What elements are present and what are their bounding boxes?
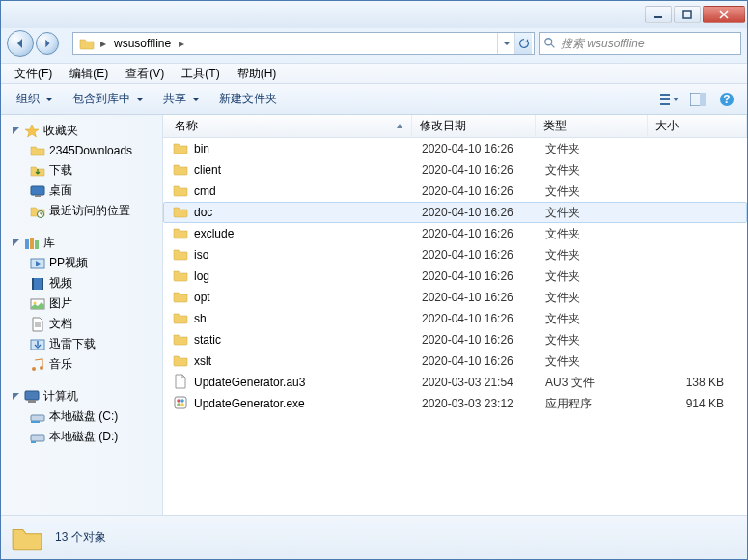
file-row[interactable]: UpdateGenerator.au32020-03-03 21:54AU3 文… xyxy=(163,372,747,393)
folder-icon xyxy=(173,289,188,307)
menu-file[interactable]: 文件(F) xyxy=(7,64,60,84)
share-button[interactable]: 共享 xyxy=(155,87,208,111)
maximize-button[interactable] xyxy=(674,6,701,23)
svg-rect-5 xyxy=(660,103,670,105)
collapse-icon[interactable] xyxy=(11,126,20,136)
back-button[interactable] xyxy=(7,30,34,57)
exe-icon xyxy=(173,395,188,413)
svg-text:?: ? xyxy=(723,93,730,106)
menu-help[interactable]: 帮助(H) xyxy=(230,64,285,84)
breadcrumb-separator-icon[interactable]: ▸ xyxy=(177,37,186,50)
sidebar-item-recent[interactable]: 最近访问的位置 xyxy=(1,201,162,221)
file-row[interactable]: UpdateGenerator.exe2020-03-03 23:12应用程序9… xyxy=(163,393,747,414)
file-type: 文件夹 xyxy=(545,311,657,327)
sidebar-item-videos[interactable]: 视频 xyxy=(1,273,162,294)
forward-button[interactable] xyxy=(36,32,59,55)
view-options-button[interactable] xyxy=(656,88,681,111)
libraries-icon xyxy=(24,236,40,251)
file-rows[interactable]: bin2020-04-10 16:26文件夹client2020-04-10 1… xyxy=(163,138,747,515)
address-dropdown[interactable] xyxy=(497,33,514,54)
organize-button[interactable]: 组织 xyxy=(9,87,61,111)
file-name: UpdateGenerator.au3 xyxy=(194,376,305,389)
file-type: 文件夹 xyxy=(545,141,657,157)
sidebar-item-pictures[interactable]: 图片 xyxy=(1,294,162,314)
download-icon xyxy=(30,337,45,352)
drive-icon xyxy=(30,430,45,445)
column-size[interactable]: 大小 xyxy=(648,115,747,137)
svg-rect-11 xyxy=(35,195,41,197)
navigation-pane[interactable]: 收藏夹 2345Downloads 下载 桌面 最近访问的位置 库 PP视频 视… xyxy=(1,115,163,515)
folder-icon xyxy=(173,140,188,158)
sidebar-item-ppvideo[interactable]: PP视频 xyxy=(1,253,162,273)
sidebar-item-drive-c[interactable]: 本地磁盘 (C:) xyxy=(1,406,162,427)
close-button[interactable] xyxy=(703,6,745,23)
file-row[interactable]: doc2020-04-10 16:26文件夹 xyxy=(163,202,747,223)
file-row[interactable]: opt2020-04-10 16:26文件夹 xyxy=(163,287,747,308)
file-date: 2020-04-10 16:26 xyxy=(422,248,545,262)
sidebar-item-thunder[interactable]: 迅雷下载 xyxy=(1,334,162,354)
svg-point-24 xyxy=(40,366,43,370)
sort-ascending-icon xyxy=(396,120,403,133)
sidebar-item-drive-d[interactable]: 本地磁盘 (D:) xyxy=(1,427,162,447)
sidebar-item-desktop[interactable]: 桌面 xyxy=(1,181,162,201)
preview-pane-button[interactable] xyxy=(685,88,710,111)
file-row[interactable]: sh2020-04-10 16:26文件夹 xyxy=(163,308,747,329)
file-type: 文件夹 xyxy=(545,290,657,306)
video-icon xyxy=(30,256,45,271)
svg-point-23 xyxy=(32,367,36,371)
file-row[interactable]: cmd2020-04-10 16:26文件夹 xyxy=(163,181,747,202)
file-row[interactable]: exclude2020-04-10 16:26文件夹 xyxy=(163,223,747,244)
file-row[interactable]: iso2020-04-10 16:26文件夹 xyxy=(163,244,747,266)
sidebar-item-downloads[interactable]: 下载 xyxy=(1,160,162,181)
svg-rect-1 xyxy=(683,11,691,18)
file-date: 2020-04-10 16:26 xyxy=(422,184,545,198)
file-row[interactable]: client2020-04-10 16:26文件夹 xyxy=(163,159,747,181)
music-icon xyxy=(30,357,45,373)
file-row[interactable]: static2020-04-10 16:26文件夹 xyxy=(163,329,747,350)
status-bar: 13 个对象 xyxy=(1,515,747,559)
documents-icon xyxy=(30,317,45,332)
breadcrumb-folder[interactable]: wsusoffline xyxy=(108,33,177,54)
menu-view[interactable]: 查看(V) xyxy=(118,64,172,84)
computer-label: 计算机 xyxy=(43,388,78,405)
new-folder-button[interactable]: 新建文件夹 xyxy=(211,87,285,111)
file-date: 2020-03-03 23:12 xyxy=(422,397,545,410)
sidebar-item-2345downloads[interactable]: 2345Downloads xyxy=(1,141,162,160)
file-name: bin xyxy=(194,142,209,155)
folder-icon xyxy=(173,246,188,265)
file-row[interactable]: xslt2020-04-10 16:26文件夹 xyxy=(163,350,747,372)
column-date[interactable]: 修改日期 xyxy=(412,115,536,137)
file-type: 文件夹 xyxy=(545,205,657,221)
svg-point-35 xyxy=(180,403,184,406)
favorites-header[interactable]: 收藏夹 xyxy=(1,121,162,141)
column-type[interactable]: 类型 xyxy=(536,115,648,137)
help-button[interactable]: ? xyxy=(714,88,739,111)
collapse-icon[interactable] xyxy=(11,238,20,248)
file-row[interactable]: log2020-04-10 16:26文件夹 xyxy=(163,266,747,287)
computer-header[interactable]: 计算机 xyxy=(1,386,162,406)
address-bar[interactable]: ▸ wsusoffline ▸ xyxy=(72,32,535,55)
sidebar-item-music[interactable]: 音乐 xyxy=(1,354,162,375)
pictures-icon xyxy=(30,296,45,312)
svg-rect-10 xyxy=(31,186,44,195)
breadcrumb-separator-icon[interactable]: ▸ xyxy=(98,37,108,50)
minimize-button[interactable] xyxy=(645,6,672,23)
include-in-library-button[interactable]: 包含到库中 xyxy=(65,87,152,111)
refresh-button[interactable] xyxy=(514,33,532,54)
search-box[interactable]: 搜索 wsusoffline xyxy=(539,32,741,55)
file-name: doc xyxy=(194,206,212,219)
file-name: sh xyxy=(194,312,207,325)
collapse-icon[interactable] xyxy=(11,392,20,402)
file-type: 文件夹 xyxy=(545,353,657,370)
folder-icon xyxy=(11,521,43,554)
menu-edit[interactable]: 编辑(E) xyxy=(62,64,116,84)
file-list-pane: 名称 修改日期 类型 大小 bin2020-04-10 16:26文件夹clie… xyxy=(163,115,747,515)
sidebar-item-documents[interactable]: 文档 xyxy=(1,314,162,334)
folder-icon xyxy=(173,267,188,286)
column-name[interactable]: 名称 xyxy=(163,115,412,137)
libraries-header[interactable]: 库 xyxy=(1,233,162,253)
file-row[interactable]: bin2020-04-10 16:26文件夹 xyxy=(163,138,747,159)
menu-tools[interactable]: 工具(T) xyxy=(174,64,227,84)
folder-icon xyxy=(173,331,188,350)
file-date: 2020-04-10 16:26 xyxy=(422,333,545,347)
